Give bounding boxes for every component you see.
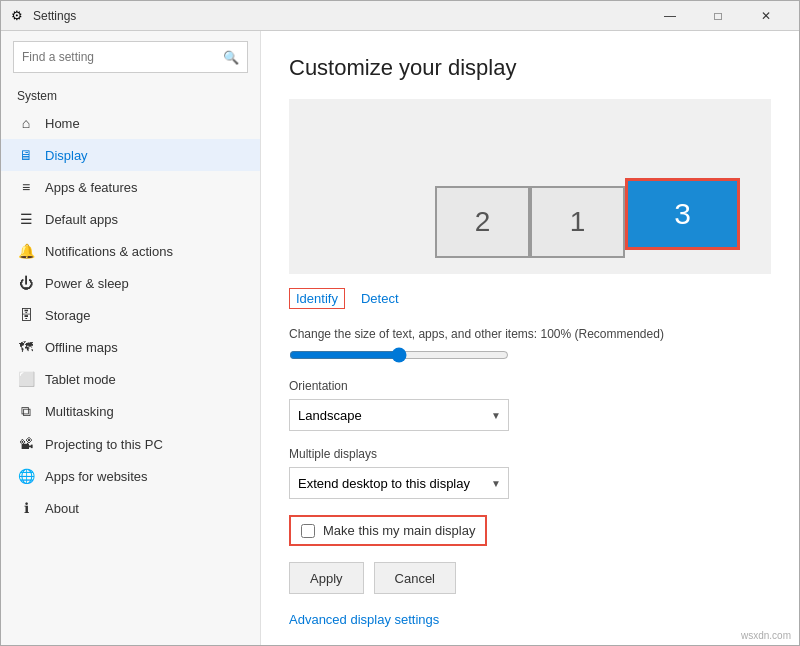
sidebar-item-power-sleep-label: Power & sleep xyxy=(45,276,129,291)
sidebar-item-storage-label: Storage xyxy=(45,308,91,323)
scale-setting: Change the size of text, apps, and other… xyxy=(289,327,771,363)
apps-websites-icon: 🌐 xyxy=(17,468,35,484)
sidebar-item-tablet-mode-label: Tablet mode xyxy=(45,372,116,387)
make-main-checkbox[interactable] xyxy=(301,524,315,538)
monitor-2[interactable]: 2 xyxy=(435,186,530,258)
sidebar-item-offline-maps[interactable]: 🗺 Offline maps xyxy=(1,331,260,363)
sidebar-item-projecting[interactable]: 📽 Projecting to this PC xyxy=(1,428,260,460)
slider-container xyxy=(289,347,771,363)
window-controls: — □ ✕ xyxy=(647,1,789,31)
search-box[interactable]: 🔍 xyxy=(13,41,248,73)
sidebar: 🔍 System ⌂ Home 🖥 Display ≡ Apps & featu… xyxy=(1,31,261,645)
settings-window: ⚙ Settings — □ ✕ 🔍 System ⌂ Home 🖥 Displ… xyxy=(0,0,800,646)
make-main-display-row: Make this my main display xyxy=(289,515,487,546)
sidebar-item-storage[interactable]: 🗄 Storage xyxy=(1,299,260,331)
storage-icon: 🗄 xyxy=(17,307,35,323)
scale-slider[interactable] xyxy=(289,347,509,363)
minimize-button[interactable]: — xyxy=(647,1,693,31)
home-icon: ⌂ xyxy=(17,115,35,131)
cancel-button[interactable]: Cancel xyxy=(374,562,456,594)
display-preview: 2 1 3 xyxy=(289,99,771,274)
monitor-1-label: 1 xyxy=(570,206,586,238)
sidebar-item-default-apps-label: Default apps xyxy=(45,212,118,227)
sidebar-item-multitasking[interactable]: ⧉ Multitasking xyxy=(1,395,260,428)
monitor-2-label: 2 xyxy=(475,206,491,238)
sidebar-item-apps-features[interactable]: ≡ Apps & features xyxy=(1,171,260,203)
sidebar-item-notifications-label: Notifications & actions xyxy=(45,244,173,259)
multiple-displays-select-wrapper: Extend desktop to this display Duplicate… xyxy=(289,467,509,499)
sidebar-item-projecting-label: Projecting to this PC xyxy=(45,437,163,452)
advanced-display-link[interactable]: Advanced display settings xyxy=(289,612,439,627)
sidebar-item-about[interactable]: ℹ About xyxy=(1,492,260,524)
power-icon: ⏻ xyxy=(17,275,35,291)
display-icon: 🖥 xyxy=(17,147,35,163)
orientation-setting: Orientation Landscape Portrait Landscape… xyxy=(289,379,771,431)
page-title: Customize your display xyxy=(289,55,771,81)
orientation-select[interactable]: Landscape Portrait Landscape (flipped) P… xyxy=(289,399,509,431)
main-content: 🔍 System ⌂ Home 🖥 Display ≡ Apps & featu… xyxy=(1,31,799,645)
title-bar: ⚙ Settings — □ ✕ xyxy=(1,1,799,31)
close-button[interactable]: ✕ xyxy=(743,1,789,31)
sidebar-item-apps-features-label: Apps & features xyxy=(45,180,138,195)
monitor-3-label: 3 xyxy=(674,197,691,231)
multitasking-icon: ⧉ xyxy=(17,403,35,420)
detect-button[interactable]: Detect xyxy=(361,291,399,306)
sidebar-item-default-apps[interactable]: ☰ Default apps xyxy=(1,203,260,235)
settings-app-icon: ⚙ xyxy=(11,8,27,24)
projecting-icon: 📽 xyxy=(17,436,35,452)
sidebar-item-home-label: Home xyxy=(45,116,80,131)
monitor-container: 2 1 3 xyxy=(435,186,625,258)
window-title: Settings xyxy=(33,9,647,23)
watermark: wsxdn.com xyxy=(741,630,791,641)
multiple-displays-label: Multiple displays xyxy=(289,447,771,461)
sidebar-item-power-sleep[interactable]: ⏻ Power & sleep xyxy=(1,267,260,299)
monitor-3[interactable]: 3 xyxy=(625,178,740,250)
orientation-select-wrapper: Landscape Portrait Landscape (flipped) P… xyxy=(289,399,509,431)
multiple-displays-setting: Multiple displays Extend desktop to this… xyxy=(289,447,771,499)
notifications-icon: 🔔 xyxy=(17,243,35,259)
sidebar-item-tablet-mode[interactable]: ⬜ Tablet mode xyxy=(1,363,260,395)
scale-label: Change the size of text, apps, and other… xyxy=(289,327,771,341)
sidebar-item-multitasking-label: Multitasking xyxy=(45,404,114,419)
sidebar-item-notifications[interactable]: 🔔 Notifications & actions xyxy=(1,235,260,267)
orientation-label: Orientation xyxy=(289,379,771,393)
search-input[interactable] xyxy=(22,50,223,64)
system-section-label: System xyxy=(1,81,260,107)
search-icon: 🔍 xyxy=(223,50,239,65)
monitor-1[interactable]: 1 xyxy=(530,186,625,258)
multiple-displays-select[interactable]: Extend desktop to this display Duplicate… xyxy=(289,467,509,499)
apps-features-icon: ≡ xyxy=(17,179,35,195)
apply-button[interactable]: Apply xyxy=(289,562,364,594)
sidebar-item-apps-websites[interactable]: 🌐 Apps for websites xyxy=(1,460,260,492)
sidebar-item-display[interactable]: 🖥 Display xyxy=(1,139,260,171)
sidebar-item-apps-websites-label: Apps for websites xyxy=(45,469,148,484)
main-panel: Customize your display 2 1 3 xyxy=(261,31,799,645)
sidebar-item-display-label: Display xyxy=(45,148,88,163)
sidebar-item-home[interactable]: ⌂ Home xyxy=(1,107,260,139)
default-apps-icon: ☰ xyxy=(17,211,35,227)
action-buttons-row: Apply Cancel xyxy=(289,562,771,594)
make-main-label[interactable]: Make this my main display xyxy=(323,523,475,538)
tablet-mode-icon: ⬜ xyxy=(17,371,35,387)
sidebar-item-offline-maps-label: Offline maps xyxy=(45,340,118,355)
identify-button[interactable]: Identify xyxy=(289,288,345,309)
identify-detect-row: Identify Detect xyxy=(289,288,771,309)
maximize-button[interactable]: □ xyxy=(695,1,741,31)
sidebar-item-about-label: About xyxy=(45,501,79,516)
offline-maps-icon: 🗺 xyxy=(17,339,35,355)
about-icon: ℹ xyxy=(17,500,35,516)
